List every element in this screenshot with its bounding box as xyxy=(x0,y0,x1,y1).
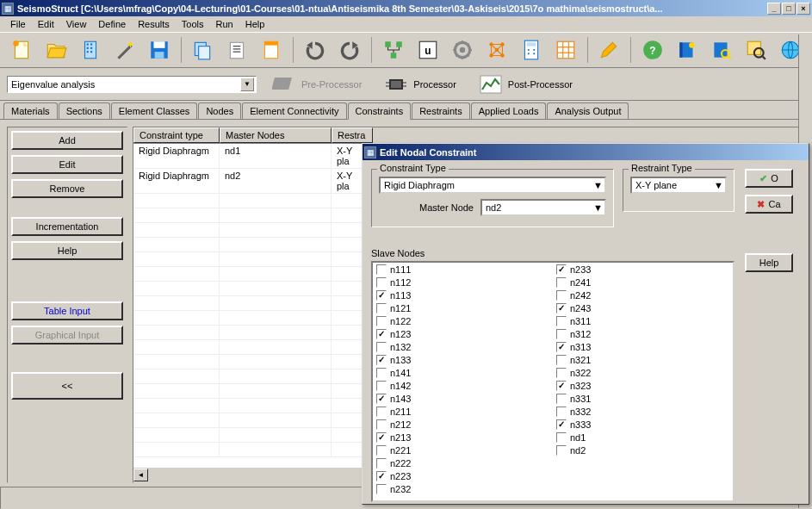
units-icon[interactable]: u xyxy=(413,35,443,65)
slave-node-checkbox[interactable]: ✓n243 xyxy=(553,301,733,314)
graphical-input-button[interactable]: Graphical Input xyxy=(11,326,123,345)
constraint-type-combo[interactable]: Rigid Diaphragm ▼ xyxy=(379,177,606,194)
tab-sections[interactable]: Sections xyxy=(59,102,110,119)
tree-icon[interactable] xyxy=(379,35,408,65)
postprocessor-icon xyxy=(479,74,503,95)
book-find-icon[interactable] xyxy=(707,35,736,65)
master-node-combo[interactable]: nd2 ▼ xyxy=(480,199,606,216)
tab-materials[interactable]: Materials xyxy=(3,102,58,119)
slave-node-checkbox[interactable]: n311 xyxy=(553,314,733,327)
new-icon[interactable] xyxy=(7,35,36,65)
table-input-button[interactable]: Table Input xyxy=(11,301,123,320)
menu-view[interactable]: View xyxy=(61,18,92,30)
slave-node-checkbox[interactable]: ✓n233 xyxy=(553,263,733,276)
slave-node-checkbox[interactable]: ✓n213 xyxy=(373,431,553,444)
slave-node-checkbox[interactable]: n242 xyxy=(553,289,733,301)
slave-node-checkbox[interactable]: n322 xyxy=(553,366,733,379)
slave-node-checkbox[interactable]: n141 xyxy=(373,366,553,379)
search-icon[interactable] xyxy=(741,35,771,65)
ok-button[interactable]: ✔O xyxy=(745,169,793,188)
edit-button[interactable]: Edit xyxy=(11,155,123,174)
slave-node-checkbox[interactable]: ✓n113 xyxy=(373,289,553,301)
tab-applied-loads[interactable]: Applied Loads xyxy=(471,102,547,119)
processor-button[interactable]: Processor xyxy=(377,71,463,98)
close-button[interactable]: × xyxy=(797,3,810,15)
slave-node-checkbox[interactable]: ✓n143 xyxy=(373,392,553,405)
redo-icon[interactable] xyxy=(335,35,364,65)
structure-icon[interactable] xyxy=(482,35,511,65)
slave-node-label: n233 xyxy=(570,264,591,275)
help-icon[interactable]: ? xyxy=(638,35,667,65)
maximize-button[interactable]: □ xyxy=(782,3,796,15)
menu-results[interactable]: Results xyxy=(133,18,175,30)
restraint-type-combo[interactable]: X-Y plane ▼ xyxy=(630,177,727,194)
paste-icon[interactable] xyxy=(222,35,251,65)
menu-help[interactable]: Help xyxy=(240,18,270,30)
slave-node-checkbox[interactable]: n321 xyxy=(553,353,733,366)
slave-node-checkbox[interactable]: ✓n223 xyxy=(373,469,553,482)
slave-node-checkbox[interactable]: ✓n333 xyxy=(553,418,733,431)
undo-icon[interactable] xyxy=(301,35,330,65)
checkbox-icon: ✓ xyxy=(556,381,567,391)
slave-node-checkbox[interactable]: n142 xyxy=(373,379,553,392)
tab-nodes[interactable]: Nodes xyxy=(198,102,241,119)
save-icon[interactable] xyxy=(145,35,174,65)
slave-node-checkbox[interactable]: n331 xyxy=(553,392,733,405)
slave-node-checkbox[interactable]: nd1 xyxy=(553,431,733,444)
menu-define[interactable]: Define xyxy=(93,18,131,30)
tab-element-connectivity[interactable]: Element Connectivity xyxy=(242,102,346,119)
slave-node-checkbox[interactable]: n211 xyxy=(373,405,553,418)
settings-icon[interactable] xyxy=(448,35,477,65)
menu-edit[interactable]: Edit xyxy=(33,18,59,30)
tab-restraints[interactable]: Restraints xyxy=(412,102,470,119)
back-button[interactable]: << xyxy=(11,372,123,400)
book-blue-icon[interactable] xyxy=(673,35,702,65)
menu-run[interactable]: Run xyxy=(211,18,239,30)
cancel-button[interactable]: ✖Ca xyxy=(745,195,793,214)
post-processor-button[interactable]: Post-Processor xyxy=(472,71,580,98)
table-header[interactable]: Master Nodes xyxy=(220,127,332,143)
open-icon[interactable] xyxy=(41,35,71,65)
tab-element-classes[interactable]: Element Classes xyxy=(111,102,198,119)
slave-node-checkbox[interactable]: n121 xyxy=(373,301,553,314)
remove-button[interactable]: Remove xyxy=(11,179,123,198)
slave-node-checkbox[interactable]: n122 xyxy=(373,314,553,327)
slave-node-checkbox[interactable]: n111 xyxy=(373,263,553,276)
tab-analysis-output[interactable]: Analysis Output xyxy=(547,102,629,119)
slave-node-checkbox[interactable]: ✓n133 xyxy=(373,353,553,366)
incrementation-button[interactable]: Incrementation xyxy=(11,217,123,236)
slave-node-checkbox[interactable]: n232 xyxy=(373,482,553,495)
menu-file[interactable]: File xyxy=(5,18,31,30)
table-header[interactable]: Restra xyxy=(332,127,373,143)
pre-processor-button[interactable]: Pre-Processor xyxy=(265,71,369,98)
help-button[interactable]: Help xyxy=(11,241,123,260)
slave-node-checkbox[interactable]: n112 xyxy=(373,276,553,289)
dialog-titlebar[interactable]: ▦ Edit Nodal Constraint xyxy=(363,144,809,160)
dialog-help-button[interactable]: Help xyxy=(745,253,793,272)
wizard-icon[interactable] xyxy=(110,35,139,65)
report-icon[interactable] xyxy=(257,35,286,65)
slave-node-checkbox[interactable]: n221 xyxy=(373,444,553,456)
add-button[interactable]: Add xyxy=(11,131,123,150)
slave-node-checkbox[interactable]: n132 xyxy=(373,340,553,353)
table-header[interactable]: Constraint type xyxy=(133,127,220,143)
menu-tools[interactable]: Tools xyxy=(177,18,209,30)
analysis-type-combo[interactable]: Eigenvalue analysis ▼ xyxy=(7,76,257,93)
grid-icon[interactable] xyxy=(551,35,580,65)
building-icon[interactable] xyxy=(76,35,105,65)
tab-constraints[interactable]: Constraints xyxy=(348,102,412,120)
slave-node-checkbox[interactable]: ✓n313 xyxy=(553,340,733,353)
minimize-button[interactable]: _ xyxy=(767,3,781,15)
scroll-left-icon[interactable]: ◄ xyxy=(133,469,148,481)
copy-icon[interactable] xyxy=(189,35,218,65)
slave-node-checkbox[interactable]: nd2 xyxy=(553,444,733,456)
slave-node-checkbox[interactable]: n241 xyxy=(553,276,733,289)
calculator-icon[interactable] xyxy=(517,35,546,65)
slave-node-checkbox[interactable]: n332 xyxy=(553,405,733,418)
slave-node-checkbox[interactable]: n212 xyxy=(373,418,553,431)
brush-icon[interactable] xyxy=(595,35,624,65)
slave-node-checkbox[interactable]: ✓n123 xyxy=(373,327,553,340)
slave-node-checkbox[interactable]: ✓n323 xyxy=(553,379,733,392)
slave-node-checkbox[interactable]: n222 xyxy=(373,456,553,469)
slave-node-checkbox[interactable]: n312 xyxy=(553,327,733,340)
